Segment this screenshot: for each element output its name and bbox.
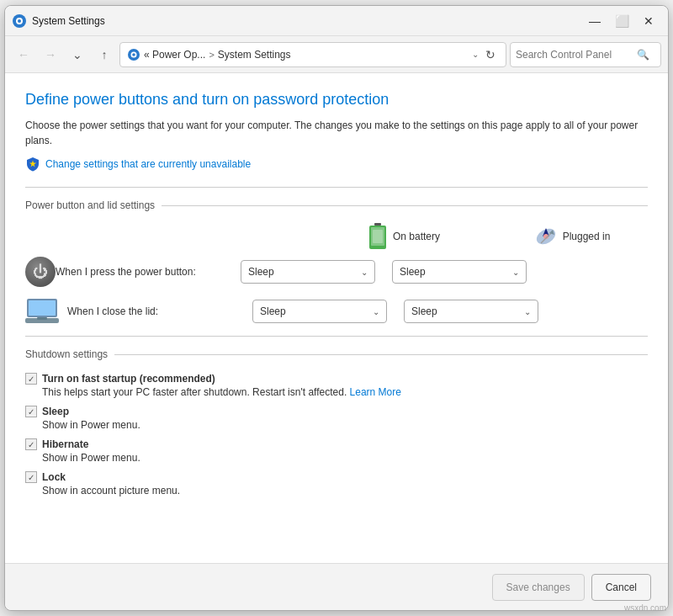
lock-desc: Show in account picture menu. [42, 485, 648, 497]
power-section-label: Power button and lid settings [25, 199, 155, 211]
svg-point-5 [132, 53, 135, 56]
back-button[interactable]: ← [12, 43, 35, 66]
maximize-button[interactable]: ⬜ [609, 11, 634, 31]
power-button-icon: ⏻ [25, 257, 56, 287]
sleep-label: Sleep [42, 406, 69, 417]
window-icon [12, 13, 27, 29]
shutdown-section-label: Shutdown settings [25, 348, 108, 360]
search-box[interactable]: 🔍 [510, 42, 661, 67]
lock-row: Lock [25, 470, 648, 483]
battery-icon [368, 223, 388, 250]
power-button-row: ⏻ When I press the power button: Sleep ⌄… [25, 257, 648, 287]
sleep-desc: Show in Power menu. [42, 419, 648, 431]
content-area: Define power buttons and turn on passwor… [5, 73, 668, 563]
breadcrumb-separator: > [209, 50, 214, 60]
cancel-button[interactable]: Cancel [591, 574, 651, 601]
svg-point-2 [18, 19, 21, 23]
svg-rect-7 [374, 223, 381, 226]
plugged-col-label: Plugged in [563, 231, 611, 242]
close-button[interactable]: ✕ [636, 11, 661, 31]
up-button[interactable]: ↑ [93, 43, 116, 66]
plugged-icon [534, 225, 558, 248]
address-icon [127, 48, 140, 61]
save-button[interactable]: Save changes [492, 574, 585, 601]
power-button-label: When I press the power button: [56, 266, 241, 278]
fast-startup-label: Turn on fast startup (recommended) [42, 373, 215, 385]
search-input[interactable] [516, 49, 633, 61]
breadcrumb-current: System Settings [218, 49, 291, 61]
battery-column-header: On battery [328, 223, 480, 250]
change-settings-text: Change settings that are currently unava… [45, 158, 251, 170]
hibernate-label: Hibernate [42, 438, 88, 450]
refresh-button[interactable]: ↻ [482, 46, 499, 63]
window-title: System Settings [32, 15, 582, 27]
forward-button[interactable]: → [39, 43, 62, 66]
page-title: Define power buttons and turn on passwor… [25, 90, 648, 109]
sleep-row: Sleep [25, 405, 648, 417]
watermark: wsxdn.com [624, 603, 666, 613]
svg-rect-10 [373, 230, 383, 243]
lock-label: Lock [42, 471, 66, 483]
lid-label: When I close the lid: [67, 305, 252, 317]
main-window: System Settings — ⬜ ✕ ← → ⌄ ↑ « Power Op… [4, 5, 669, 611]
hibernate-row: Hibernate [25, 438, 648, 450]
lid-plugged-dropdown[interactable]: Sleep ⌄ [404, 300, 538, 323]
fast-startup-checkbox[interactable] [25, 373, 37, 385]
page-description: Choose the power settings that you want … [25, 118, 648, 148]
shutdown-section: Shutdown settings Turn on fast startup (… [25, 348, 648, 497]
address-bar: « Power Op... > System Settings ⌄ ↻ [119, 42, 506, 67]
power-section-header: Power button and lid settings [25, 199, 648, 211]
lid-battery-dropdown[interactable]: Sleep ⌄ [252, 300, 387, 323]
shutdown-section-header: Shutdown settings [25, 348, 648, 360]
title-bar: System Settings — ⬜ ✕ [5, 6, 668, 36]
power-table-headers: On battery Plugged in [25, 223, 648, 250]
power-button-battery-arrow: ⌄ [361, 268, 368, 277]
footer: Save changes Cancel [5, 563, 668, 610]
power-button-battery-value: Sleep [248, 266, 274, 278]
learn-more-link[interactable]: Learn More [350, 386, 401, 398]
lid-plugged-arrow: ⌄ [524, 307, 531, 316]
plugged-column-header: Plugged in [496, 223, 648, 250]
fast-startup-row: Turn on fast startup (recommended) [25, 372, 648, 385]
change-settings-link[interactable]: Change settings that are currently unava… [25, 157, 648, 172]
window-controls: — ⬜ ✕ [582, 11, 661, 31]
hibernate-desc: Show in Power menu. [42, 452, 648, 464]
fast-startup-desc: This helps start your PC faster after sh… [42, 386, 648, 398]
shield-icon [25, 157, 40, 172]
power-button-plugged-arrow: ⌄ [512, 268, 519, 277]
lid-battery-value: Sleep [260, 305, 286, 317]
power-button-plugged-value: Sleep [400, 266, 426, 278]
svg-rect-19 [37, 317, 47, 320]
power-button-battery-dropdown[interactable]: Sleep ⌄ [241, 260, 375, 284]
lid-icon [25, 297, 59, 326]
nav-bar: ← → ⌄ ↑ « Power Op... > System Settings … [5, 36, 668, 73]
battery-col-label: On battery [393, 231, 440, 242]
lock-checkbox[interactable] [25, 471, 37, 483]
lid-battery-arrow: ⌄ [373, 307, 379, 316]
hibernate-checkbox[interactable] [25, 438, 37, 450]
minimize-button[interactable]: — [582, 11, 607, 31]
power-button-plugged-dropdown[interactable]: Sleep ⌄ [392, 260, 527, 284]
search-icon: 🔍 [637, 49, 649, 61]
dropdown-nav-button[interactable]: ⌄ [66, 43, 89, 66]
svg-rect-17 [29, 300, 56, 316]
breadcrumb-powerop: « Power Op... [144, 49, 205, 61]
lid-row: When I close the lid: Sleep ⌄ Sleep ⌄ [25, 297, 648, 326]
lid-plugged-value: Sleep [411, 305, 437, 317]
address-dropdown-arrow[interactable]: ⌄ [472, 50, 479, 59]
breadcrumb: « Power Op... > System Settings [144, 49, 469, 61]
sleep-checkbox[interactable] [25, 406, 37, 417]
